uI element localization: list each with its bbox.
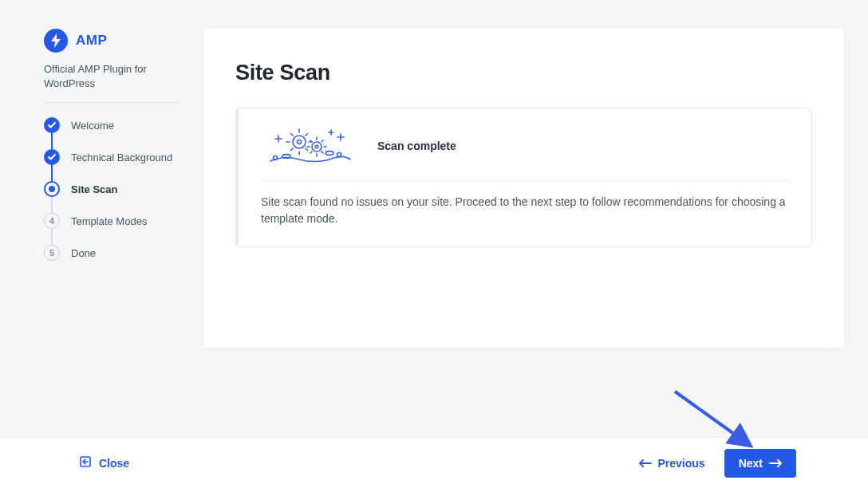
step-label: Template Modes — [71, 215, 147, 227]
arrow-right-icon — [769, 457, 782, 470]
arrow-left-icon — [639, 457, 652, 470]
next-button[interactable]: Next — [724, 449, 796, 478]
step-technical-background[interactable]: Technical Background — [44, 141, 180, 173]
previous-label: Previous — [658, 457, 705, 470]
scan-header: Scan complete — [261, 126, 789, 181]
svg-point-2 — [282, 155, 290, 159]
brand-name: AMP — [76, 33, 107, 49]
step-label: Site Scan — [71, 183, 118, 195]
svg-point-5 — [298, 140, 302, 144]
step-number-icon: 4 — [44, 213, 60, 229]
check-icon — [44, 149, 60, 165]
step-label: Welcome — [71, 120, 114, 132]
close-icon — [80, 456, 91, 470]
check-icon — [44, 117, 60, 133]
step-label: Done — [71, 247, 96, 259]
brand-row: AMP — [44, 29, 180, 53]
svg-point-7 — [315, 145, 318, 148]
current-step-icon — [44, 181, 60, 197]
svg-point-3 — [326, 152, 333, 155]
step-site-scan[interactable]: Site Scan — [44, 173, 180, 205]
footer: Close Previous Next — [0, 437, 868, 488]
svg-point-4 — [293, 136, 306, 148]
scan-illustration-icon — [261, 126, 357, 166]
previous-button[interactable]: Previous — [639, 457, 705, 470]
tagline: Official AMP Plugin for WordPress — [44, 62, 180, 91]
scan-status: Scan complete — [377, 140, 456, 152]
next-label: Next — [739, 457, 763, 470]
scan-card: Scan complete Site scan found no issues … — [235, 108, 812, 247]
scan-description: Site scan found no issues on your site. … — [261, 194, 789, 227]
sidebar-divider — [44, 102, 180, 103]
step-list: Welcome Technical Background Site Scan 4… — [44, 109, 180, 269]
close-label: Close — [99, 457, 129, 470]
step-done[interactable]: 5 Done — [44, 237, 180, 269]
main-panel: Site Scan — [203, 29, 844, 348]
close-button[interactable]: Close — [80, 456, 129, 470]
amp-logo-icon — [44, 29, 68, 53]
step-label: Technical Background — [71, 152, 172, 163]
step-welcome[interactable]: Welcome — [44, 109, 180, 141]
svg-point-6 — [312, 142, 322, 152]
sidebar: AMP Official AMP Plugin for WordPress We… — [44, 29, 180, 348]
step-template-modes[interactable]: 4 Template Modes — [44, 205, 180, 237]
svg-point-1 — [337, 153, 341, 157]
page-title: Site Scan — [235, 61, 812, 85]
svg-point-0 — [274, 156, 278, 160]
step-number-icon: 5 — [44, 245, 60, 261]
footer-right: Previous Next — [639, 449, 797, 478]
